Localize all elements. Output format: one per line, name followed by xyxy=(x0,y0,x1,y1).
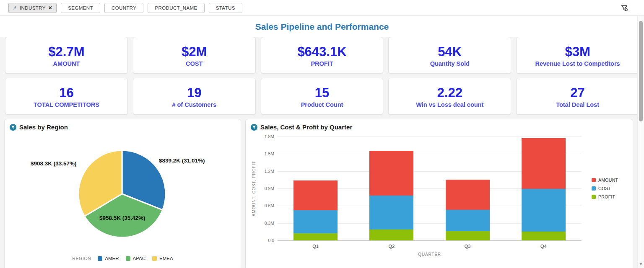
pie-legend-title: REGION xyxy=(72,256,91,261)
kpi-card[interactable]: $2.7MAMOUNT xyxy=(5,37,128,74)
stacked-bar-q3 xyxy=(446,137,490,240)
kpi-label: Total Deal Lost xyxy=(519,101,636,108)
legend-label: COST xyxy=(598,186,611,191)
kpi-label: AMOUNT xyxy=(8,60,125,67)
kpi-label: Revenue Lost to Competitors xyxy=(519,60,636,67)
bar-segment-amount-q3[interactable] xyxy=(446,180,490,210)
legend-swatch xyxy=(592,178,596,182)
legend-label: AMOUNT xyxy=(598,178,618,183)
filter-chip-label: SEGMENT xyxy=(68,5,93,10)
filter-chip-label: INDUSTRY xyxy=(20,5,46,10)
filter-chip-label: PRODUCT_NAME xyxy=(155,5,197,10)
pie-legend: REGION AMERAPACEMEA xyxy=(5,256,241,261)
legend-item-amer[interactable]: AMER xyxy=(98,256,119,261)
y-axis-ticks: 1.8M1.5M1.2M0.9M0.6M0.3M0.0 xyxy=(258,137,278,240)
bar-segment-amount-q4[interactable] xyxy=(522,138,566,189)
charts-row: Sales by Region $839.2K (31.01%) $908.3K… xyxy=(0,119,638,268)
y-axis-title: AMOUNT, COST, PROFIT xyxy=(249,137,258,240)
panel-header: Sales, Cost & Profit by Quarter xyxy=(246,119,633,132)
filter-chip-segment[interactable]: SEGMENT xyxy=(61,3,100,13)
plot-area xyxy=(278,137,582,240)
kpi-card[interactable]: 16TOTAL COMPETITORS xyxy=(5,78,128,115)
filter-chip-status[interactable]: STATUS xyxy=(209,3,242,13)
legend-swatch xyxy=(152,256,157,261)
y-tick-label: 1.2M xyxy=(265,169,274,174)
bar-segment-cost-q4[interactable] xyxy=(522,189,566,232)
bars-layer xyxy=(278,137,582,240)
kpi-label: COST xyxy=(136,60,253,67)
legend-item-apac[interactable]: APAC xyxy=(126,256,145,261)
kpi-value: 15 xyxy=(264,85,381,100)
filter-settings-icon[interactable] xyxy=(619,3,630,13)
filter-chip-row: INDUSTRY✕SEGMENTCOUNTRYPRODUCT_NAMESTATU… xyxy=(8,3,242,13)
kpi-label: TOTAL COMPETITORS xyxy=(8,101,125,108)
kpi-card[interactable]: 2.22Win vs Loss deal count xyxy=(388,78,511,115)
legend-item-amount[interactable]: AMOUNT xyxy=(592,178,631,183)
y-tick-label: 1.8M xyxy=(265,134,274,139)
stacked-bar-q4 xyxy=(522,137,566,240)
vertical-scrollbar[interactable]: ▼ xyxy=(637,16,644,268)
bar-segment-cost-q1[interactable] xyxy=(293,210,338,233)
kpi-value: 19 xyxy=(136,85,253,100)
filter-chip-country[interactable]: COUNTRY xyxy=(104,3,143,13)
stacked-bar-q1 xyxy=(293,137,338,240)
chart-title: Sales, Cost & Profit by Quarter xyxy=(260,124,352,131)
applied-filter-badge-icon[interactable] xyxy=(10,124,16,131)
pie-chart xyxy=(76,148,168,240)
filter-chip-product_name[interactable]: PRODUCT_NAME xyxy=(148,3,204,13)
bar-segment-cost-q2[interactable] xyxy=(369,196,413,229)
bar-segment-profit-q4[interactable] xyxy=(522,232,566,240)
kpi-card[interactable]: 15Product Count xyxy=(261,78,384,115)
bar-slot-q1 xyxy=(278,137,353,240)
bar-segment-profit-q3[interactable] xyxy=(446,231,490,240)
bar-segment-cost-q3[interactable] xyxy=(446,210,490,231)
pin-icon xyxy=(13,5,17,10)
legend-label: APAC xyxy=(133,256,145,261)
kpi-value: 16 xyxy=(8,85,125,100)
scroll-down-arrow-icon[interactable]: ▼ xyxy=(638,262,644,266)
legend-label: PROFIT xyxy=(598,194,615,199)
legend-item-emea[interactable]: EMEA xyxy=(152,256,173,261)
x-tick-label: Q4 xyxy=(506,244,582,249)
legend-swatch xyxy=(98,256,102,261)
kpi-label: # of Customers xyxy=(136,101,253,108)
bar-segment-profit-q2[interactable] xyxy=(369,229,413,240)
kpi-card[interactable]: 19# of Customers xyxy=(133,78,256,115)
legend-item-profit[interactable]: PROFIT xyxy=(592,194,631,199)
chart-title: Sales by Region xyxy=(19,124,68,131)
pie-data-label-amer: $839.2K (31.01%) xyxy=(159,157,205,164)
bar-segment-profit-q1[interactable] xyxy=(293,233,338,240)
kpi-value: 54K xyxy=(391,44,508,59)
stacked-bar-q2 xyxy=(369,137,413,240)
kpi-card[interactable]: $2MCOST xyxy=(133,37,256,74)
kpi-label: Quantity Sold xyxy=(391,60,508,67)
kpi-label: Product Count xyxy=(264,101,381,108)
legend-label: AMER xyxy=(105,256,119,261)
legend-label: EMEA xyxy=(159,256,173,261)
x-tick-label: Q3 xyxy=(430,244,506,249)
scrollbar-thumb[interactable] xyxy=(639,21,643,121)
x-axis-line xyxy=(278,240,582,241)
kpi-row-2: 16TOTAL COMPETITORS19# of Customers15Pro… xyxy=(0,78,644,115)
kpi-value: $2.7M xyxy=(8,44,125,59)
y-tick-label: 1.5M xyxy=(265,151,274,156)
y-tick-label: 0.3M xyxy=(265,221,274,226)
legend-item-cost[interactable]: COST xyxy=(592,186,631,191)
bar-slot-q2 xyxy=(353,137,429,240)
pie-data-label-emea: $908.3K (33.57%) xyxy=(31,160,77,167)
applied-filter-badge-icon[interactable] xyxy=(251,124,257,131)
kpi-card[interactable]: 27Total Deal Lost xyxy=(516,78,639,115)
kpi-card[interactable]: $643.1KPROFIT xyxy=(261,37,384,74)
bar-slot-q3 xyxy=(430,137,506,240)
legend-swatch xyxy=(592,195,596,199)
kpi-label: PROFIT xyxy=(264,60,381,67)
kpi-value: $3M xyxy=(519,44,636,59)
kpi-card[interactable]: $3MRevenue Lost to Competitors xyxy=(516,37,639,74)
close-icon[interactable]: ✕ xyxy=(48,5,52,10)
bar-segment-amount-q1[interactable] xyxy=(293,180,338,211)
filter-chip-label: COUNTRY xyxy=(112,5,136,10)
filter-chip-industry[interactable]: INDUSTRY✕ xyxy=(8,3,57,13)
bar-segment-amount-q2[interactable] xyxy=(369,151,413,195)
y-tick-label: 0.0 xyxy=(268,238,274,243)
kpi-card[interactable]: 54KQuantity Sold xyxy=(388,37,511,74)
